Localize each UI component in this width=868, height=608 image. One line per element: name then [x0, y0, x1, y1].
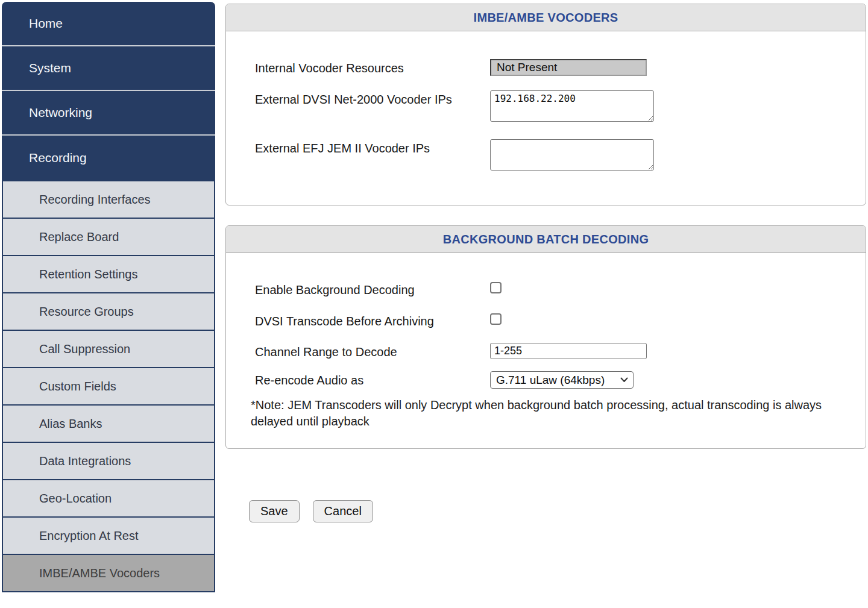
internal-vocoder-label: Internal Vocoder Resources	[255, 59, 460, 76]
background-batch-decoding-panel: BACKGROUND BATCH DECODING Enable Backgro…	[225, 225, 866, 449]
sidebar-subitem-label: Retention Settings	[39, 268, 137, 281]
sidebar-item-replace-board[interactable]: Replace Board	[3, 219, 214, 256]
efj-vocoder-ips-label: External EFJ JEM II Vocoder IPs	[255, 139, 460, 156]
sidebar-subitem-label: Data Integrations	[39, 454, 131, 468]
enable-background-decoding-checkbox[interactable]	[490, 282, 502, 293]
dvsi-vocoder-row: External DVSI Net-2000 Vocoder IPs 192.1…	[255, 90, 854, 122]
sidebar-item-retention-settings[interactable]: Retention Settings	[3, 256, 214, 293]
internal-vocoder-row: Internal Vocoder Resources	[255, 59, 854, 76]
save-button[interactable]: Save	[249, 500, 300, 522]
internal-vocoder-resources-field	[490, 59, 647, 76]
sidebar-item-system[interactable]: System	[2, 46, 215, 91]
channel-range-input[interactable]	[490, 343, 647, 359]
sidebar-subitem-label: Replace Board	[39, 230, 119, 244]
efj-vocoder-ips-textarea[interactable]	[490, 139, 654, 171]
panel-title: BACKGROUND BATCH DECODING	[226, 226, 866, 253]
dvsi-transcode-checkbox[interactable]	[490, 313, 502, 325]
sidebar-item-networking[interactable]: Networking	[2, 91, 215, 136]
sidebar-item-label: Home	[29, 16, 63, 31]
sidebar-recording-submenu: Recording Interfaces Replace Board Reten…	[2, 180, 215, 592]
chevron-down-icon	[620, 377, 628, 383]
enable-background-decoding-label: Enable Background Decoding	[255, 281, 460, 298]
sidebar-subitem-label: Geo-Location	[39, 492, 112, 506]
form-actions: Save Cancel	[249, 500, 373, 522]
panel-title: IMBE/AMBE VOCODERS	[226, 4, 866, 31]
batch-panel-body: Enable Background Decoding DVSI Transcod…	[226, 253, 866, 430]
sidebar-top-level: Home System Networking Recording	[2, 2, 215, 180]
sidebar-item-recording[interactable]: Recording	[2, 136, 215, 180]
sidebar-subitem-label: Custom Fields	[39, 380, 116, 393]
sidebar-item-encryption-at-rest[interactable]: Encryption At Rest	[3, 518, 214, 555]
re-encode-audio-select[interactable]: G.711 uLaw (64kbps)	[490, 371, 634, 389]
batch-decoding-note: *Note: JEM Transcoders will only Decrypt…	[251, 397, 844, 430]
sidebar-item-imbe-ambe-vocoders[interactable]: IMBE/AMBE Vocoders	[3, 555, 214, 592]
sidebar-item-recording-interfaces[interactable]: Recording Interfaces	[3, 181, 214, 219]
sidebar-subitem-label: Encryption At Rest	[39, 529, 139, 543]
re-encode-audio-label: Re-encode Audio as	[255, 371, 460, 388]
sidebar-item-alias-banks[interactable]: Alias Banks	[3, 406, 214, 443]
dvsi-transcode-label: DVSI Transcode Before Archiving	[255, 312, 460, 329]
sidebar-item-call-suppression[interactable]: Call Suppression	[3, 331, 214, 368]
cancel-button[interactable]: Cancel	[313, 500, 373, 522]
sidebar-item-data-integrations[interactable]: Data Integrations	[3, 443, 214, 480]
sidebar-item-geo-location[interactable]: Geo-Location	[3, 480, 214, 518]
channel-range-row: Channel Range to Decode	[255, 343, 854, 360]
sidebar-item-label: Networking	[29, 105, 92, 120]
sidebar-nav: Home System Networking Recording Recordi…	[2, 2, 215, 592]
sidebar-item-home[interactable]: Home	[2, 2, 215, 46]
re-encode-audio-selected-value: G.711 uLaw (64kbps)	[496, 374, 605, 387]
sidebar-item-resource-groups[interactable]: Resource Groups	[3, 293, 214, 331]
re-encode-audio-row: Re-encode Audio as G.711 uLaw (64kbps)	[255, 371, 854, 389]
sidebar-subitem-label: Call Suppression	[39, 342, 130, 356]
dvsi-transcode-row: DVSI Transcode Before Archiving	[255, 312, 854, 329]
enable-background-decoding-row: Enable Background Decoding	[255, 281, 854, 298]
sidebar-subitem-label: Resource Groups	[39, 305, 134, 319]
sidebar-item-label: System	[29, 61, 71, 75]
sidebar-item-label: Recording	[29, 151, 87, 165]
dvsi-vocoder-ips-label: External DVSI Net-2000 Vocoder IPs	[255, 90, 460, 107]
channel-range-label: Channel Range to Decode	[255, 343, 460, 360]
sidebar-subitem-label: IMBE/AMBE Vocoders	[39, 566, 160, 580]
sidebar-item-custom-fields[interactable]: Custom Fields	[3, 368, 214, 406]
efj-vocoder-row: External EFJ JEM II Vocoder IPs	[255, 139, 854, 171]
imbe-ambe-vocoders-panel: IMBE/AMBE VOCODERS Internal Vocoder Reso…	[225, 4, 866, 205]
sidebar-subitem-label: Alias Banks	[39, 417, 102, 431]
dvsi-vocoder-ips-textarea[interactable]: 192.168.22.200	[490, 90, 654, 122]
vocoders-panel-body: Internal Vocoder Resources External DVSI…	[226, 31, 866, 171]
sidebar-subitem-label: Recording Interfaces	[39, 193, 151, 207]
